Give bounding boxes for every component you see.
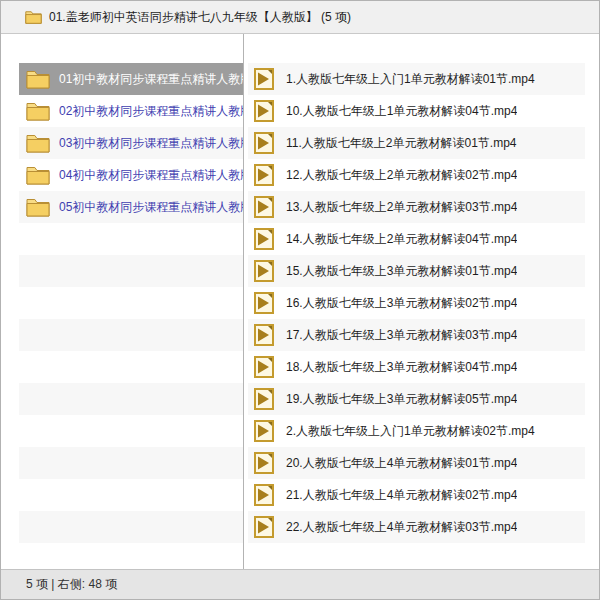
file-row[interactable]: 2.人教版七年级上入门1单元教材解读02节.mp4 [248, 415, 585, 447]
file-row[interactable]: 15.人教版七年级上3单元教材解读01节.mp4 [248, 255, 585, 287]
file-name: 2.人教版七年级上入门1单元教材解读02节.mp4 [286, 423, 535, 440]
folder-row[interactable]: 03初中教材同步课程重点精讲人教版八 [19, 127, 243, 159]
folder-list: 01初中教材同步课程重点精讲人教版七 02初中教材同步课程重点精讲人教版七 03… [1, 34, 244, 569]
header-bar: 01.盖老师初中英语同步精讲七八九年级【人教版】 (5 项) [1, 1, 599, 34]
file-row[interactable]: 1.人教版七年级上入门1单元教材解读01节.mp4 [248, 63, 585, 95]
video-play-icon [254, 452, 274, 474]
video-play-icon [254, 388, 274, 410]
folder-row[interactable]: 02初中教材同步课程重点精讲人教版七 [19, 95, 243, 127]
folder-icon [26, 69, 50, 89]
folder-row[interactable]: 05初中教材同步课程重点精讲人教版九 [19, 191, 243, 223]
empty-row [19, 383, 243, 415]
file-row[interactable]: 18.人教版七年级上3单元教材解读04节.mp4 [248, 351, 585, 383]
empty-row [19, 415, 243, 447]
video-play-icon [254, 132, 274, 154]
file-list: 1.人教版七年级上入门1单元教材解读01节.mp4 10.人教版七年级上1单元教… [248, 34, 585, 569]
file-name: 17.人教版七年级上3单元教材解读03节.mp4 [286, 327, 517, 344]
file-row[interactable]: 16.人教版七年级上3单元教材解读02节.mp4 [248, 287, 585, 319]
file-row[interactable]: 10.人教版七年级上1单元教材解读04节.mp4 [248, 95, 585, 127]
empty-row [19, 511, 243, 543]
file-row[interactable]: 17.人教版七年级上3单元教材解读03节.mp4 [248, 319, 585, 351]
current-folder-title: 01.盖老师初中英语同步精讲七八九年级【人教版】 (5 项) [49, 9, 351, 26]
video-play-icon [254, 324, 274, 346]
video-play-icon [254, 484, 274, 506]
file-row[interactable]: 14.人教版七年级上2单元教材解读04节.mp4 [248, 223, 585, 255]
empty-row [19, 287, 243, 319]
folder-name: 02初中教材同步课程重点精讲人教版七 [59, 103, 243, 120]
video-play-icon [254, 260, 274, 282]
folder-row[interactable]: 04初中教材同步课程重点精讲人教版八 [19, 159, 243, 191]
file-row[interactable]: 11.人教版七年级上2单元教材解读01节.mp4 [248, 127, 585, 159]
content-area: 01初中教材同步课程重点精讲人教版七 02初中教材同步课程重点精讲人教版七 03… [1, 34, 599, 569]
empty-row [19, 447, 243, 479]
video-play-icon [254, 164, 274, 186]
folder-icon [26, 197, 50, 217]
video-play-icon [254, 68, 274, 90]
video-play-icon [254, 228, 274, 250]
status-text: 5 项 | 右侧: 48 项 [26, 576, 117, 593]
file-name: 11.人教版七年级上2单元教材解读01节.mp4 [286, 135, 517, 152]
folder-name: 04初中教材同步课程重点精讲人教版八 [59, 167, 243, 184]
file-manager-window: 01.盖老师初中英语同步精讲七八九年级【人教版】 (5 项) 01初中教材同步课… [0, 0, 600, 600]
folder-row[interactable]: 01初中教材同步课程重点精讲人教版七 [19, 63, 243, 95]
empty-row [19, 255, 243, 287]
file-name: 20.人教版七年级上4单元教材解读01节.mp4 [286, 455, 517, 472]
status-bar: 5 项 | 右侧: 48 项 [1, 569, 599, 599]
file-row[interactable]: 21.人教版七年级上4单元教材解读02节.mp4 [248, 479, 585, 511]
video-play-icon [254, 100, 274, 122]
file-row[interactable]: 19.人教版七年级上3单元教材解读05节.mp4 [248, 383, 585, 415]
empty-row [19, 479, 243, 511]
folder-icon [26, 165, 50, 185]
folder-icon [26, 101, 50, 121]
file-name: 19.人教版七年级上3单元教材解读05节.mp4 [286, 391, 517, 408]
empty-row [19, 319, 243, 351]
folder-icon [25, 10, 42, 24]
file-name: 14.人教版七年级上2单元教材解读04节.mp4 [286, 231, 517, 248]
file-name: 10.人教版七年级上1单元教材解读04节.mp4 [286, 103, 517, 120]
empty-row [19, 351, 243, 383]
file-row[interactable]: 13.人教版七年级上2单元教材解读03节.mp4 [248, 191, 585, 223]
file-name: 1.人教版七年级上入门1单元教材解读01节.mp4 [286, 71, 535, 88]
file-name: 22.人教版七年级上4单元教材解读03节.mp4 [286, 519, 517, 536]
folder-icon [26, 133, 50, 153]
file-name: 18.人教版七年级上3单元教材解读04节.mp4 [286, 359, 517, 376]
file-name: 15.人教版七年级上3单元教材解读01节.mp4 [286, 263, 517, 280]
folder-name: 01初中教材同步课程重点精讲人教版七 [59, 71, 243, 88]
video-play-icon [254, 196, 274, 218]
video-play-icon [254, 516, 274, 538]
file-name: 12.人教版七年级上2单元教材解读02节.mp4 [286, 167, 517, 184]
folder-name: 05初中教材同步课程重点精讲人教版九 [59, 199, 243, 216]
file-row[interactable]: 20.人教版七年级上4单元教材解读01节.mp4 [248, 447, 585, 479]
file-name: 16.人教版七年级上3单元教材解读02节.mp4 [286, 295, 517, 312]
file-row[interactable]: 22.人教版七年级上4单元教材解读03节.mp4 [248, 511, 585, 543]
file-name: 13.人教版七年级上2单元教材解读03节.mp4 [286, 199, 517, 216]
folder-name: 03初中教材同步课程重点精讲人教版八 [59, 135, 243, 152]
file-name: 21.人教版七年级上4单元教材解读02节.mp4 [286, 487, 517, 504]
file-row[interactable]: 12.人教版七年级上2单元教材解读02节.mp4 [248, 159, 585, 191]
video-play-icon [254, 420, 274, 442]
empty-row [19, 223, 243, 255]
video-play-icon [254, 356, 274, 378]
video-play-icon [254, 292, 274, 314]
